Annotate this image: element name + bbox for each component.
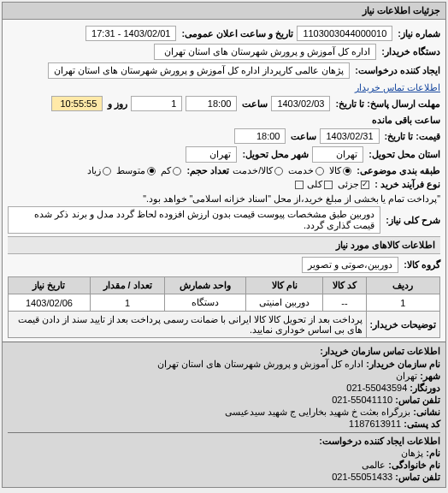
buyer-value: اداره کل آموزش و پرورش شهرستان های استان… xyxy=(154,44,376,60)
proc-label: نوع فرآیند خرید : xyxy=(374,179,440,190)
need-title-value: دوربین طبق مشخصات پیوست قیمت بدون ارزش ا… xyxy=(8,206,380,234)
contact-addr-value: بزرگراه بعثت خ شهید بخارایی ج شهید سیدعی… xyxy=(225,407,410,417)
pack-radio-kala[interactable]: کالا xyxy=(329,165,351,176)
contact-fam: نام خانوادگی: عالمی xyxy=(8,460,440,471)
remaining-days: 1 xyxy=(131,96,182,111)
contact-addr-label: نشانی: xyxy=(413,407,440,417)
pack-opt-a: کالا xyxy=(329,165,341,176)
contact-name-value: پژهان xyxy=(401,448,423,458)
qty-radio-low[interactable]: کم xyxy=(161,165,181,176)
row-process: نوع فرآیند خرید : جزئی کلی "پرداخت تمام … xyxy=(8,179,440,204)
proc-opt-partial: جزئی xyxy=(338,179,359,190)
remaining-days-label: روز و xyxy=(108,98,127,110)
notes-value-cell: پرداخت بعد از تحویل کالا کالا ایرانی با … xyxy=(9,312,367,338)
qty-opt-c: زیاد xyxy=(87,165,101,176)
contact-phone2-value: 55051433-021 xyxy=(332,472,392,482)
remaining-time-label: ساعت باقی مانده xyxy=(372,115,440,126)
contact-post-label: کد پستی: xyxy=(404,419,440,429)
pack-radio-both[interactable]: کالا/خدمت xyxy=(233,165,283,176)
row-buyer: دستگاه خریدار: اداره کل آموزش و پرورش شه… xyxy=(8,44,440,60)
radio-icon xyxy=(173,167,181,175)
td-name: دوربین امنیتی xyxy=(245,294,323,312)
details-panel: جزئیات اطلاعات نیاز شماره نیاز: 11030030… xyxy=(2,2,446,488)
row-group: گروه کالا: دوربین،صوتی و تصویر xyxy=(8,257,440,273)
quote-date: 1403/02/31 xyxy=(320,128,379,144)
th-qty: تعداد / مقدار xyxy=(90,277,164,294)
contact-name: نام: پژهان xyxy=(8,448,440,459)
proc-note: "پرداخت تمام یا بخشی از مبلغ خرید،از محل… xyxy=(143,193,440,204)
qty-radio-med[interactable]: متوسط xyxy=(116,165,156,176)
notes-row: توضیحات خریدار: پرداخت بعد از تحویل کالا… xyxy=(9,312,440,338)
td-unit: دستگاه xyxy=(165,294,245,312)
row-need-title: شرح کلی نیاز: دوربین طبق مشخصات پیوست قی… xyxy=(8,206,440,234)
qty-opt-b: متوسط xyxy=(116,165,145,176)
proc-opt-full: کلی xyxy=(307,179,322,190)
proc-note-check[interactable] xyxy=(295,181,304,189)
proc-check-group: جزئی کلی xyxy=(307,179,369,190)
announce-value: 1403/02/01 - 17:31 xyxy=(85,26,176,41)
qty-radio-group: کم متوسط زیاد xyxy=(87,165,181,176)
radio-icon xyxy=(103,167,111,175)
contact-org-value: اداره کل آموزش و پرورش شهرستان های استان… xyxy=(157,359,363,369)
city-value: تهران xyxy=(186,146,237,163)
items-header: اطلاعات کالاهای مورد نیاز xyxy=(8,236,440,254)
row-deadline: مهلت ارسال پاسخ: تا تاریخ: 1403/02/03 سا… xyxy=(8,96,440,126)
proc-check-partial[interactable]: جزئی xyxy=(338,179,369,190)
row-request-no: شماره نیاز: 1103003044000010 تاریخ و ساع… xyxy=(8,26,440,41)
pack-opt-c: کالا/خدمت xyxy=(233,165,273,176)
contact-phone-label: تلفن تماس: xyxy=(395,395,440,405)
province-label: استان محل تحویل: xyxy=(368,149,440,160)
group-value: دوربین،صوتی و تصویر xyxy=(302,257,398,273)
contact-post: کد پستی: 1187613911 xyxy=(8,419,440,430)
th-unit: واحد شمارش xyxy=(165,277,245,294)
buyer-label: دستگاه خریدار: xyxy=(381,46,440,57)
qty-opt-a: کم xyxy=(161,165,171,176)
need-title-label: شرح کلی نیاز: xyxy=(386,215,440,226)
notes-label-cell: توضیحات خریدار: xyxy=(366,312,439,338)
proc-check-full[interactable]: کلی xyxy=(307,179,333,190)
contact-org-label: نام سازمان خریدار: xyxy=(366,359,440,369)
quote-time-label: ساعت xyxy=(291,131,316,142)
request-no-value: 1103003044000010 xyxy=(297,26,392,41)
remaining-time: 10:55:55 xyxy=(51,96,103,111)
radio-icon xyxy=(315,167,324,175)
panel-body: شماره نیاز: 1103003044000010 تاریخ و ساع… xyxy=(3,20,445,342)
contact-fax-value: 55043594-021 xyxy=(346,383,407,393)
checkbox-icon xyxy=(295,181,304,189)
contact-header: اطلاعات تماس سازمان خریدار: xyxy=(8,346,440,357)
contact-fam-value: عالمی xyxy=(362,460,386,470)
th-code: کد کالا xyxy=(323,277,366,294)
pack-opt-b: خدمت xyxy=(288,165,314,176)
row-location: استان محل تحویل: تهران شهر محل تحویل: ته… xyxy=(8,146,440,163)
contact-phone: تلفن تماس: 55041110-021 xyxy=(8,395,440,406)
radio-icon xyxy=(343,167,351,175)
radio-icon xyxy=(147,167,156,175)
contact-link[interactable]: اطلاعات تماس خریدار xyxy=(355,82,440,93)
contact-fax-label: دورنگار: xyxy=(410,383,440,393)
deadline-reply-label: مهلت ارسال پاسخ: تا تاریخ: xyxy=(335,98,440,110)
province-value: تهران xyxy=(312,146,363,163)
deadline-reply-time: 18:00 xyxy=(186,96,237,111)
contact-post-value: 1187613911 xyxy=(349,419,401,429)
row-classification: طبقه بندی موضوعی: کالا خدمت کالا/خدمت تع… xyxy=(8,165,440,176)
items-table: ردیف کد کالا نام کالا واحد شمارش تعداد /… xyxy=(8,276,440,338)
contact-name-label: نام: xyxy=(426,448,440,458)
qty-label: تعداد حجم: xyxy=(186,165,229,176)
contact-phone2-label: تلفن تماس: xyxy=(395,472,440,482)
pack-label: طبقه بندی موضوعی: xyxy=(357,165,440,176)
city-label: شهر محل تحویل: xyxy=(242,149,309,160)
checkbox-icon xyxy=(361,181,369,189)
contact-city-label: شهر: xyxy=(420,371,440,381)
qty-radio-high[interactable]: زیاد xyxy=(87,165,111,176)
td-code: -- xyxy=(323,294,366,312)
deadline-reply-date: 1403/02/03 xyxy=(271,96,330,111)
contact-fam-label: نام خانوادگی: xyxy=(388,460,440,470)
checkbox-icon xyxy=(324,181,333,189)
requester-label: ایجاد کننده درخواست: xyxy=(355,65,440,76)
row-requester: ایجاد کننده درخواست: پژهان عالمی کارپردا… xyxy=(8,62,440,93)
th-idx: ردیف xyxy=(366,277,439,294)
radio-icon xyxy=(274,167,283,175)
pack-radio-khedmat[interactable]: خدمت xyxy=(288,165,324,176)
contact-city: شهر: تهران xyxy=(8,371,440,382)
quote-label: قیمت: تا تاریخ: xyxy=(385,131,440,142)
